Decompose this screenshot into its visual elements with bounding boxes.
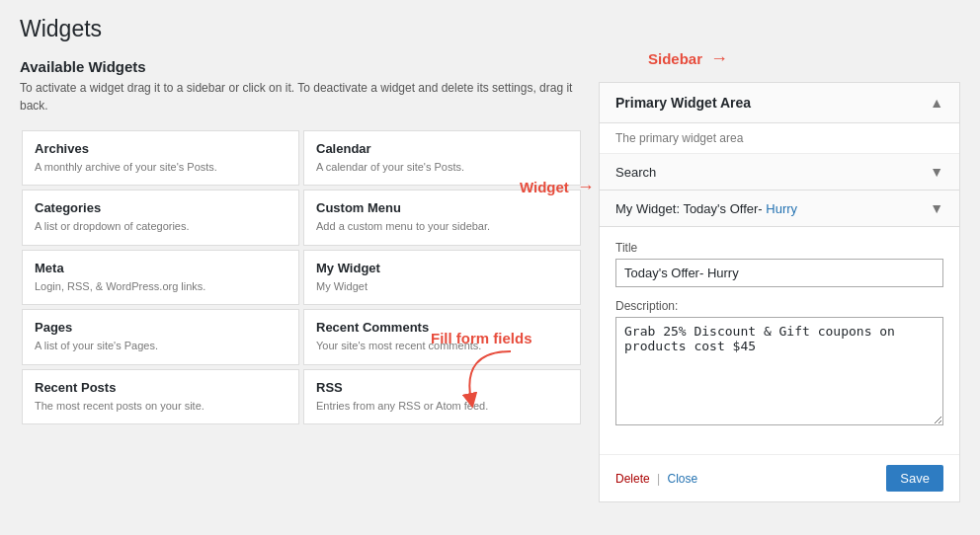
search-widget-row[interactable]: Search ▼ [600, 154, 959, 191]
widget-item-custom-menu-desc: Add a custom menu to your sidebar. [316, 219, 568, 234]
title-input[interactable] [615, 259, 943, 287]
available-widgets-desc: To activate a widget drag it to a sideba… [20, 79, 583, 115]
widget-item-calendar-name: Calendar [316, 141, 568, 156]
widget-item-recent-posts-name: Recent Posts [35, 380, 286, 395]
desc-textarea[interactable]: Grab 25% Discount & Gift coupons on prod… [615, 317, 943, 425]
primary-widget-title: Primary Widget Area [615, 95, 751, 111]
save-button[interactable]: Save [886, 465, 943, 492]
search-chevron-down-icon: ▼ [930, 164, 943, 180]
widget-item-recent-posts[interactable]: Recent Posts The most recent posts on yo… [22, 369, 299, 424]
chevron-up-icon: ▲ [930, 95, 943, 111]
widget-item-archives-name: Archives [35, 141, 286, 156]
widget-item-categories-desc: A list or dropdown of categories. [35, 219, 286, 234]
title-label: Title [615, 241, 943, 255]
title-form-group: Title [615, 241, 943, 287]
primary-widget-subtitle: The primary widget area [600, 123, 959, 154]
widgets-grid: Archives A monthly archive of your site'… [20, 128, 583, 426]
widget-item-meta-name: Meta [35, 261, 286, 275]
widget-actions: Delete | Close Save [600, 454, 959, 501]
widget-item-custom-menu[interactable]: Custom Menu Add a custom menu to your si… [303, 190, 581, 245]
sidebar-annotation-arrow: → [710, 48, 728, 69]
my-widget-label: My Widget: Today's Offer- Hurry [615, 201, 797, 216]
widget-item-my-widget-name: My Widget [316, 261, 568, 275]
link-separator: | [657, 472, 663, 486]
primary-widget-area: Primary Widget Area ▲ The primary widget… [599, 82, 960, 502]
desc-label: Description: [615, 299, 943, 313]
widget-item-archives[interactable]: Archives A monthly archive of your site'… [22, 130, 299, 186]
widget-item-custom-menu-name: Custom Menu [316, 200, 568, 215]
widget-item-meta[interactable]: Meta Login, RSS, & WordPress.org links. [22, 250, 299, 305]
my-widget-chevron-down-icon: ▼ [930, 200, 943, 216]
widget-item-my-widget[interactable]: My Widget My Widget [303, 250, 581, 305]
widget-item-rss-desc: Entries from any RSS or Atom feed. [316, 399, 568, 414]
widget-item-pages-desc: A list of your site's Pages. [35, 339, 286, 353]
widget-item-categories-name: Categories [35, 200, 286, 215]
widget-item-calendar[interactable]: Calendar A calendar of your site's Posts… [303, 130, 581, 186]
close-link[interactable]: Close [667, 472, 697, 486]
widget-item-meta-desc: Login, RSS, & WordPress.org links. [35, 279, 286, 294]
primary-widget-header[interactable]: Primary Widget Area ▲ [600, 83, 959, 123]
available-widgets-heading: Available Widgets [20, 58, 583, 75]
search-widget-label: Search [615, 165, 656, 180]
widget-links: Delete | Close [615, 472, 697, 486]
sidebar-annotation-label: Sidebar [648, 50, 702, 67]
widget-item-pages-name: Pages [35, 320, 286, 335]
widget-item-archives-desc: A monthly archive of your site's Posts. [35, 160, 286, 175]
widget-item-calendar-desc: A calendar of your site's Posts. [316, 160, 568, 175]
widget-item-recent-posts-desc: The most recent posts on your site. [35, 399, 286, 414]
widget-item-pages[interactable]: Pages A list of your site's Pages. [22, 309, 299, 364]
widget-item-categories[interactable]: Categories A list or dropdown of categor… [22, 190, 299, 245]
widget-item-rss[interactable]: RSS Entries from any RSS or Atom feed. [303, 369, 581, 424]
widget-item-my-widget-desc: My Widget [316, 279, 568, 294]
widget-item-rss-name: RSS [316, 380, 568, 395]
widget-item-recent-comments[interactable]: Recent Comments Your site's most recent … [303, 309, 581, 364]
my-widget-hurry: Hurry [766, 201, 797, 216]
widget-form: Title Description: Grab 25% Discount & G… [600, 227, 959, 454]
page-title: Widgets [20, 16, 960, 42]
my-widget-row[interactable]: My Widget: Today's Offer- Hurry ▼ [600, 191, 959, 227]
delete-link[interactable]: Delete [615, 472, 650, 486]
desc-form-group: Description: Grab 25% Discount & Gift co… [615, 299, 943, 428]
widget-item-recent-comments-name: Recent Comments [316, 320, 568, 335]
widget-item-recent-comments-desc: Your site's most recent comments. [316, 339, 568, 353]
